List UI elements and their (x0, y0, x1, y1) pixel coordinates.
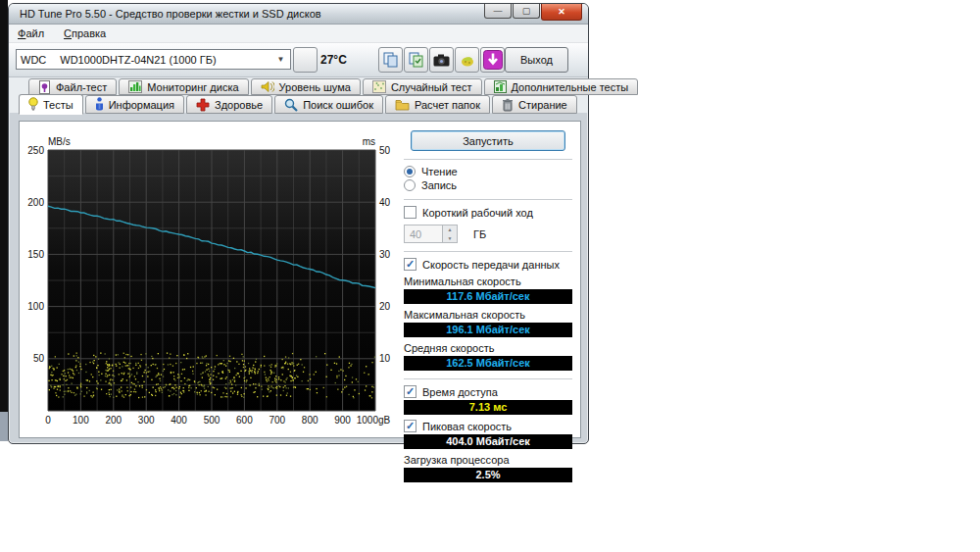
short-stroke-checkbox[interactable] (404, 206, 416, 219)
chevron-down-icon[interactable]: ▼ (273, 52, 288, 67)
svg-text:30: 30 (379, 249, 391, 260)
write-radio[interactable] (404, 179, 416, 191)
close-button[interactable]: ✕ (541, 4, 582, 21)
tab-label: Стирание (518, 99, 567, 111)
tab-label: Случайный тест (391, 81, 472, 93)
write-radio-label: Запись (421, 179, 457, 191)
exit-button[interactable]: Выход (505, 47, 568, 73)
benchmark-chart: MB/sms2502001501005050403020100100200300… (20, 122, 402, 437)
tab-strip: Файл-тестМониторинг дискаУровень шумаСлу… (9, 77, 588, 113)
menu-bar: Файл Справка (9, 25, 588, 43)
hand-button[interactable] (455, 47, 479, 73)
burst-rate-row[interactable]: ✓ Пиковая скорость (404, 420, 572, 432)
burst-rate-checkbox[interactable]: ✓ (404, 420, 416, 432)
svg-text:300: 300 (138, 415, 155, 426)
tab-folder-usage[interactable]: Расчет папок (385, 95, 490, 114)
info-icon (95, 97, 104, 112)
short-stroke-row[interactable]: Короткий рабочий ход (404, 206, 572, 219)
tab-label: Здоровье (215, 99, 263, 111)
tab-file-test[interactable]: Файл-тест (28, 78, 117, 95)
title-bar[interactable]: HD Tune Pro 5.50 - Средство проверки жес… (9, 4, 588, 25)
drive-model: WD1000DHTZ-04N21 (1000 ГБ) (60, 54, 216, 66)
short-stroke-size-row: 40 ▲▼ ГБ (404, 225, 572, 243)
tests-icon (28, 97, 38, 112)
desktop-edge (0, 0, 8, 412)
cpu-usage-label: Загрузка процессора (404, 454, 572, 466)
burst-rate-value: 404.0 Мбайт/сек (404, 434, 572, 449)
file-test-icon (38, 80, 51, 94)
camera-button[interactable] (429, 47, 454, 73)
copy-pages-button[interactable] (378, 47, 403, 73)
short-stroke-size-input[interactable]: 40 (404, 225, 443, 243)
drive-select[interactable]: WDC WD1000DHTZ-04N21 (1000 ГБ) ▼ (16, 49, 291, 70)
access-time-value: 7.13 мс (404, 400, 572, 415)
transfer-rate-row[interactable]: ✓ Скорость передачи данных (404, 258, 572, 271)
svg-text:200: 200 (27, 197, 44, 208)
write-radio-row[interactable]: Запись (404, 179, 572, 191)
screen: HD Tune Pro 5.50 - Средство проверки жес… (0, 0, 980, 552)
maximize-button[interactable]: ▢ (513, 4, 540, 19)
tab-info[interactable]: Информация (85, 95, 184, 114)
read-radio-row[interactable]: Чтение (404, 166, 572, 177)
download-arrow-icon (483, 50, 503, 70)
read-radio-label: Чтение (421, 166, 458, 177)
tab-error-scan[interactable]: Поиск ошибок (274, 95, 383, 114)
access-time-checkbox[interactable]: ✓ (404, 385, 416, 398)
max-speed-label: Максимальная скорость (404, 309, 572, 321)
drive-vendor: WDC (21, 54, 46, 66)
svg-text:800: 800 (302, 415, 318, 426)
svg-text:10: 10 (379, 353, 391, 364)
health-icon (196, 98, 210, 112)
tab-disk-monitor[interactable]: Мониторинг диска (119, 78, 248, 95)
access-time-label: Время доступа (422, 386, 498, 398)
quantity-stepper[interactable]: ▲▼ (443, 225, 458, 243)
access-time-row[interactable]: ✓ Время доступа (404, 385, 572, 398)
erase-icon (502, 98, 514, 112)
start-button[interactable]: Запустить (411, 130, 565, 151)
svg-text:20: 20 (379, 301, 391, 312)
menu-help[interactable]: Справка (64, 27, 106, 39)
desktop-edge-lower (0, 412, 8, 441)
temperature-button[interactable] (293, 47, 318, 73)
transfer-rate-checkbox[interactable]: ✓ (404, 258, 416, 271)
tab-health[interactable]: Здоровье (186, 95, 272, 114)
noise-level-icon (261, 80, 274, 93)
disk-monitor-icon (128, 80, 142, 93)
toolbar: WDC WD1000DHTZ-04N21 (1000 ГБ) ▼ 27°C Вы… (9, 43, 588, 77)
svg-text:900: 900 (334, 415, 351, 426)
read-radio[interactable] (404, 166, 416, 177)
temperature-value: 27°C (320, 53, 347, 67)
svg-text:50: 50 (33, 353, 45, 364)
svg-text:500: 500 (204, 415, 220, 426)
tab-label: Поиск ошибок (303, 99, 373, 111)
short-stroke-unit: ГБ (473, 228, 486, 240)
copy-pages-green-button[interactable] (404, 47, 428, 73)
window-title: HD Tune Pro 5.50 - Средство проверки жес… (20, 8, 321, 20)
svg-text:0: 0 (45, 415, 51, 426)
error-scan-icon (284, 98, 298, 112)
divider (404, 378, 572, 379)
avg-speed-value: 162.5 Мбайт/сек (404, 356, 572, 371)
svg-text:200: 200 (105, 415, 122, 426)
tab-random-test[interactable]: Случайный тест (363, 78, 482, 95)
svg-text:600: 600 (236, 415, 253, 426)
svg-text:1000gB: 1000gB (357, 415, 391, 426)
minimize-button[interactable]: — (484, 4, 512, 19)
tab-label: Мониторинг диска (147, 81, 238, 93)
download-arrow-button[interactable] (480, 47, 505, 73)
tab-erase[interactable]: Стирание (492, 95, 577, 114)
tab-label: Уровень шума (279, 81, 351, 93)
transfer-rate-label: Скорость передачи данных (422, 259, 560, 271)
svg-text:150: 150 (27, 249, 44, 260)
divider (404, 199, 572, 200)
short-stroke-label: Короткий рабочий ход (422, 207, 533, 219)
folder-usage-icon (395, 99, 410, 111)
menu-file[interactable]: Файл (18, 27, 44, 39)
tab-noise-level[interactable]: Уровень шума (251, 78, 361, 95)
svg-text:MB/s: MB/s (48, 136, 71, 147)
min-speed-label: Минимальная скорость (404, 276, 572, 287)
tab-tests[interactable]: Тесты (19, 94, 83, 115)
tab-extra-tests[interactable]: Дополнительные тесты (484, 78, 639, 95)
hdtune-window: HD Tune Pro 5.50 - Средство проверки жес… (8, 3, 589, 444)
tab-label: Тесты (43, 99, 74, 111)
